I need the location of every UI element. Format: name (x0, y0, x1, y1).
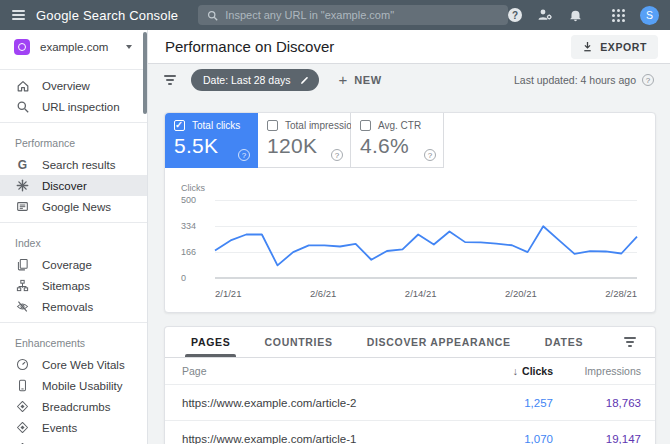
help-circle-icon[interactable] (238, 149, 250, 161)
chart-plot-area: 500 334 166 0 (181, 200, 637, 278)
page-url-cell[interactable]: https://www.example.com/article-1 (182, 433, 443, 444)
filter-icon[interactable] (164, 75, 176, 85)
magnifier-icon (15, 100, 30, 114)
divider (0, 322, 147, 323)
hamburger-menu-icon[interactable] (0, 0, 36, 30)
sidebar-item-label: Mobile Usability (42, 380, 123, 392)
new-filter-label: NEW (354, 74, 381, 86)
sidebar-item-label: Breadcrumbs (42, 401, 110, 413)
sidebar: example.com Overview URL inspection Perf… (0, 30, 148, 444)
sidebar-item-label: Discover (42, 180, 87, 192)
sidebar-scrollbar[interactable] (143, 32, 147, 114)
news-icon (15, 200, 30, 213)
sidebar-item-sitemaps[interactable]: Sitemaps (0, 275, 147, 296)
url-inspect-searchbox[interactable] (198, 5, 508, 25)
y-tick: 166 (181, 247, 196, 257)
metric-card-avg-ctr[interactable]: Avg. CTR 4.6% (351, 113, 444, 168)
checkbox-icon[interactable] (267, 120, 278, 131)
column-header-impressions[interactable]: Impressions (553, 365, 641, 377)
sidebar-item-breadcrumbs[interactable]: Breadcrumbs (0, 396, 147, 417)
metric-value: 4.6% (360, 134, 434, 158)
sidebar-item-label: Coverage (42, 259, 92, 271)
sidebar-item-label: Core Web Vitals (42, 359, 125, 371)
table-filter-icon[interactable] (624, 337, 636, 347)
sidebar-item-discover[interactable]: Discover (0, 175, 147, 196)
checkbox-icon[interactable] (360, 120, 371, 131)
sidebar-item-label: Events (42, 422, 77, 434)
sidebar-item-url-inspection[interactable]: URL inspection (0, 96, 147, 117)
new-filter-button[interactable]: NEW (339, 71, 382, 89)
clicks-trend-line (215, 226, 637, 265)
y-tick: 500 (181, 195, 196, 205)
help-circle-icon[interactable] (331, 149, 343, 161)
sidebar-item-core-web-vitals[interactable]: Core Web Vitals (0, 354, 147, 375)
search-icon (207, 10, 218, 21)
sidebar-item-logos[interactable]: Logos (0, 438, 147, 444)
tab-discover-appearance[interactable]: DISCOVER APPEARANCE (350, 327, 528, 357)
tab-countries[interactable]: COUNTRIES (247, 327, 349, 357)
column-header-clicks[interactable]: Clicks (443, 365, 553, 377)
pages-icon (15, 258, 30, 271)
clicks-cell: 1,257 (443, 397, 553, 409)
divider (0, 122, 147, 123)
sidebar-item-label: Search results (42, 159, 116, 171)
help-icon[interactable] (508, 8, 522, 22)
sidebar-item-google-news[interactable]: Google News (0, 196, 147, 217)
x-tick-label: 2/14/21 (405, 288, 437, 299)
property-selector[interactable]: example.com (0, 30, 147, 64)
discover-sparkle-icon (15, 179, 30, 192)
sidebar-item-coverage[interactable]: Coverage (0, 254, 147, 275)
table-row: https://www.example.com/article-1 1,070 … (165, 420, 655, 444)
google-g-icon: G (15, 159, 30, 171)
sidebar-item-events[interactable]: Events (0, 417, 147, 438)
top-app-bar: Google Search Console S (0, 0, 670, 30)
main-content: Performance on Discover EXPORT Date: Las… (148, 30, 670, 444)
dimensions-table-card: PAGES COUNTRIES DISCOVER APPEARANCE DATE… (164, 326, 656, 444)
export-button[interactable]: EXPORT (571, 35, 658, 59)
tab-dates[interactable]: DATES (528, 327, 600, 357)
tab-pages[interactable]: PAGES (174, 327, 247, 357)
user-settings-icon[interactable] (537, 7, 553, 23)
metric-card-total-impressions[interactable]: Total impressions 120K (258, 113, 351, 168)
performance-chart-card: Total clicks 5.5K Total impressions 120K… (164, 112, 656, 313)
sidebar-item-label: Removals (42, 301, 93, 313)
checkbox-icon[interactable] (174, 120, 185, 131)
sidebar-item-label: Google News (42, 201, 111, 213)
x-tick-label: 2/28/21 (605, 288, 637, 299)
apps-grid-icon[interactable] (612, 9, 625, 22)
y-tick: 334 (181, 221, 196, 231)
help-circle-icon[interactable] (424, 149, 436, 161)
metric-value: 5.5K (174, 134, 248, 158)
metric-label: Avg. CTR (378, 120, 421, 131)
avatar[interactable]: S (640, 6, 659, 25)
sidebar-item-search-results[interactable]: G Search results (0, 154, 147, 175)
column-header-page[interactable]: Page (182, 365, 443, 377)
search-input[interactable] (225, 9, 499, 21)
sidebar-item-overview[interactable]: Overview (0, 75, 147, 96)
eye-off-icon (15, 300, 30, 313)
enhancement-diamond-icon (15, 421, 30, 434)
x-axis-labels: 2/1/21 2/6/21 2/14/21 2/20/21 2/28/21 (215, 288, 637, 299)
impressions-cell: 19,147 (553, 433, 641, 444)
page-url-cell[interactable]: https://www.example.com/article-2 (182, 397, 443, 409)
sidebar-section-performance: Performance (0, 128, 147, 154)
metric-card-total-clicks[interactable]: Total clicks 5.5K (165, 113, 258, 168)
help-circle-icon[interactable] (642, 74, 654, 86)
edit-pencil-icon (300, 76, 309, 85)
sidebar-section-enhancements: Enhancements (0, 328, 147, 354)
page-header: Performance on Discover EXPORT (148, 30, 670, 64)
date-filter-chip[interactable]: Date: Last 28 days (191, 69, 319, 91)
sidebar-item-removals[interactable]: Removals (0, 296, 147, 317)
last-updated-text: Last updated: 4 hours ago (514, 74, 636, 86)
page-title: Performance on Discover (165, 38, 334, 55)
table-tabs: PAGES COUNTRIES DISCOVER APPEARANCE DATE… (165, 327, 655, 358)
app-title: Google Search Console (36, 8, 178, 23)
sitemap-icon (15, 279, 30, 292)
y-axis-label: Clicks (181, 183, 637, 193)
x-tick-label: 2/6/21 (310, 288, 336, 299)
notifications-bell-icon[interactable] (568, 8, 583, 23)
sidebar-item-mobile-usability[interactable]: Mobile Usability (0, 375, 147, 396)
download-icon (582, 41, 593, 52)
phone-icon (15, 379, 30, 392)
property-name: example.com (40, 41, 116, 53)
